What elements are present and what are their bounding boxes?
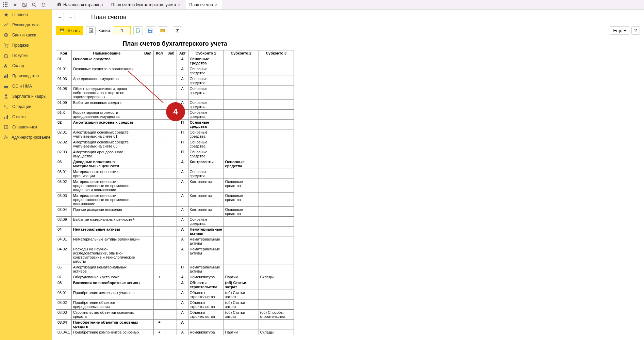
- sidebar-item[interactable]: ОС и НМА: [0, 81, 52, 91]
- table-row[interactable]: 08.04.1Приобретение компонентов основных…: [56, 329, 294, 335]
- table-row[interactable]: 02.02Амортизация основных средств, учиты…: [56, 139, 294, 149]
- table-container[interactable]: 4 План счетов бухгалтерского учета КодНа…: [52, 38, 644, 340]
- sidebar-item[interactable]: Справочники: [0, 122, 52, 132]
- table-row[interactable]: 07Оборудование к установке+АНоменклатура…: [56, 274, 294, 280]
- sidebar-item[interactable]: Главное: [0, 10, 52, 20]
- sidebar-item[interactable]: Продажи: [0, 40, 52, 50]
- table-cell: [154, 264, 165, 274]
- table-cell: Основные средства: [188, 169, 224, 179]
- table-row[interactable]: 08Вложения во внеоборотные активыАОбъект…: [56, 280, 294, 290]
- svg-rect-20: [5, 64, 6, 66]
- table-cell: [259, 193, 294, 207]
- sum-button[interactable]: Σ: [173, 26, 182, 35]
- table-cell: [165, 246, 177, 264]
- table-cell: 03.01: [56, 169, 72, 179]
- table-cell: [142, 139, 154, 149]
- close-icon[interactable]: ×: [215, 2, 218, 7]
- table-row[interactable]: 05Амортизация нематериальных активовПНем…: [56, 264, 294, 274]
- table-cell: [142, 320, 154, 329]
- save-button[interactable]: [146, 26, 155, 35]
- svg-point-17: [7, 47, 8, 47]
- close-icon[interactable]: ×: [178, 2, 181, 7]
- table-row[interactable]: 03Доходные вложения в материальные ценно…: [56, 159, 294, 169]
- sidebar-item[interactable]: ₽Банк и касса: [0, 30, 52, 40]
- table-cell: [154, 290, 165, 300]
- table-row[interactable]: 08.01Приобретение земельных участковАОбъ…: [56, 290, 294, 300]
- more-button[interactable]: Еще ▾: [610, 26, 629, 35]
- print-button[interactable]: Печать: [56, 26, 83, 35]
- table-cell: Основные средства: [188, 76, 224, 86]
- table-row[interactable]: 03.02Материальные ценности предоставленн…: [56, 179, 294, 193]
- preview-button[interactable]: [86, 26, 96, 35]
- table-cell: [165, 76, 177, 86]
- table-cell: А: [177, 227, 188, 236]
- page-setup-button[interactable]: [133, 26, 143, 35]
- star-icon[interactable]: ★: [12, 2, 18, 7]
- apps-icon[interactable]: [3, 2, 8, 7]
- table-cell: А: [177, 193, 188, 207]
- table-cell: Приобретение объектов природопользования: [71, 300, 142, 310]
- sidebar-item[interactable]: Администрирование: [0, 132, 52, 142]
- table-cell: [142, 280, 154, 290]
- sidebar-item-label: ОС и НМА: [12, 84, 32, 89]
- sidebar-item[interactable]: Отчеты: [0, 112, 52, 122]
- sidebar-item-label: Банк и касса: [12, 33, 36, 37]
- bell-icon[interactable]: [41, 2, 46, 7]
- sidebar-item[interactable]: Склад: [0, 61, 52, 71]
- table-row[interactable]: 08.04Приобретение объектов основных сред…: [56, 320, 294, 329]
- table-row[interactable]: 08.03Строительство объектов основных сре…: [56, 310, 294, 320]
- table-cell: Амортизация нематериальных активов: [71, 264, 142, 274]
- table-cell: [224, 56, 259, 66]
- table-cell: Основные средства: [188, 110, 224, 120]
- table-row[interactable]: 01.03Арендованное имуществоАОсновные сре…: [56, 76, 294, 86]
- sidebar-item[interactable]: Покупки: [0, 50, 52, 61]
- table-cell: [142, 264, 154, 274]
- table-row[interactable]: 04.01Нематериальные активы организацииАН…: [56, 236, 294, 246]
- table-cell: [259, 120, 294, 129]
- table-cell: [165, 193, 177, 207]
- copies-input[interactable]: [114, 26, 131, 35]
- table-row[interactable]: 04Нематериальные активыАНематериальные а…: [56, 227, 294, 236]
- table-cell: [142, 169, 154, 179]
- table-row[interactable]: 03.04Прочие доходные вложенияАКонтрагент…: [56, 207, 294, 217]
- table-cell: [259, 290, 294, 300]
- help-button[interactable]: ?: [631, 26, 640, 35]
- table-cell: П: [177, 120, 188, 129]
- forward-button[interactable]: →: [67, 13, 75, 21]
- table-row[interactable]: 03.01Материальные ценности в организации…: [56, 169, 294, 179]
- table-cell: Нематериальные активы: [188, 246, 224, 264]
- bag-icon: [3, 53, 9, 58]
- back-button[interactable]: ←: [56, 13, 64, 21]
- tab[interactable]: Начальная страница: [53, 0, 107, 9]
- svg-point-40: [90, 30, 92, 31]
- sidebar-item[interactable]: Зарплата и кадры: [0, 91, 52, 102]
- table-row[interactable]: 02.01Амортизация основных средств, учиты…: [56, 129, 294, 139]
- tab[interactable]: План счетов бухгалтерского учета×: [107, 0, 185, 9]
- table-cell: Корректировка стоимости арендованного им…: [71, 110, 142, 120]
- table-row[interactable]: 08.02Приобретение объектов природопользо…: [56, 300, 294, 310]
- table-cell: Основные средства: [188, 217, 224, 227]
- table-row[interactable]: 02.03Амортизация арендованного имущества…: [56, 149, 294, 159]
- table-row[interactable]: 01.08Объекты недвижимости, права собстве…: [56, 86, 294, 100]
- table-row[interactable]: 01Основные средстваАОсновные средства: [56, 56, 294, 66]
- table-cell: Амортизация основных средств: [71, 120, 142, 129]
- sidebar-item[interactable]: Производство: [0, 71, 52, 81]
- tab[interactable]: План счетов×: [185, 0, 222, 9]
- table-cell: 04: [56, 227, 72, 236]
- table-row[interactable]: 04.02Расходы на научно-исследовательские…: [56, 246, 294, 264]
- table-cell: [165, 207, 177, 217]
- search-icon[interactable]: [31, 2, 37, 7]
- sidebar-item[interactable]: ДтКтОперации: [0, 102, 52, 112]
- email-button[interactable]: [158, 26, 167, 35]
- table-cell: Основные средства: [224, 207, 259, 217]
- table-cell: 04.02: [56, 246, 72, 264]
- table-cell: [165, 264, 177, 274]
- history-icon[interactable]: [22, 2, 27, 7]
- table-row[interactable]: 03.09Выбытие материальных ценностейАОсно…: [56, 217, 294, 227]
- table-cell: [259, 100, 294, 110]
- sidebar-item[interactable]: Руководителю: [0, 20, 52, 30]
- ops-icon: ДтКт: [3, 104, 9, 109]
- table-row[interactable]: 03.03Материальные ценности предоставленн…: [56, 193, 294, 207]
- svg-rect-7: [5, 6, 6, 7]
- table-row[interactable]: 01.01Основные средства в организацииАОсн…: [56, 66, 294, 76]
